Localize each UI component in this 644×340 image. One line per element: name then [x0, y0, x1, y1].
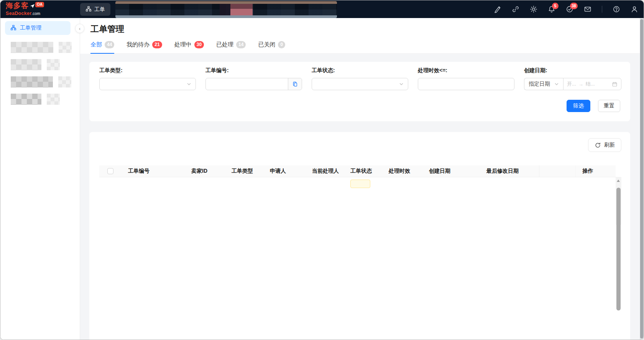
sidebar: 工单管理 ‹ — [0, 18, 80, 340]
pen-icon[interactable] — [494, 5, 501, 13]
filter-reset-button[interactable]: 重置 — [598, 100, 620, 112]
censored-sidebar-item — [11, 94, 80, 105]
col-order-no: 工单编号 — [121, 165, 184, 177]
page-header: 工单管理 全部 44 我的待办 21 处理中 30 已处理 14 — [80, 18, 644, 54]
help-icon[interactable] — [613, 5, 620, 13]
refresh-button[interactable]: 刷新 — [588, 138, 621, 152]
filter-field-order-type: 工单类型: — [99, 67, 196, 90]
date-range-picker[interactable]: 开... → 结... — [563, 78, 621, 90]
scrollbar-thumb[interactable] — [616, 188, 621, 310]
censored-sidebar-item — [11, 42, 80, 53]
paper-plane-icon — [30, 3, 35, 10]
sla-input[interactable] — [418, 78, 514, 90]
brand-name-cn: 海多客 — [6, 2, 29, 9]
date-filter-group: 指定日期 开... → 结... — [524, 78, 621, 90]
chevron-down-icon — [187, 82, 191, 86]
filter-actions: 筛选 重置 — [99, 100, 620, 112]
date-mode-select[interactable]: 指定日期 — [524, 78, 563, 90]
select-all-checkbox[interactable] — [107, 168, 113, 174]
page-scrollbar[interactable] — [640, 18, 644, 340]
col-created: 创建日期 — [422, 165, 480, 177]
scrollbar-up-arrow[interactable] — [617, 180, 620, 182]
tab-all[interactable]: 全部 44 — [90, 41, 114, 53]
filter-panel: 工单类型: 工单编号: — [89, 62, 630, 121]
filter-field-created-date: 创建日期: 指定日期 开... → 结... — [524, 67, 621, 90]
order-type-label: 工单类型: — [99, 67, 196, 74]
table-scrollbar[interactable] — [616, 177, 621, 225]
top-navbar: 海多客 OA SeaDocker.com 工单 — [0, 0, 644, 18]
tab-closed[interactable]: 已关闭 0 — [258, 41, 285, 53]
col-status: 工单状态 — [343, 165, 382, 177]
order-no-input-group — [205, 78, 302, 90]
order-type-select[interactable] — [99, 78, 196, 90]
main-content: 工单管理 全部 44 我的待办 21 处理中 30 已处理 14 — [80, 18, 644, 340]
sla-input-group — [418, 78, 514, 90]
tab-count-badge: 14 — [236, 41, 246, 48]
brand-name-en: SeaDocker — [6, 11, 31, 16]
tab-my-todo[interactable]: 我的待办 21 — [127, 41, 162, 53]
table-area: 工单编号 卖家ID 工单类型 申请人 当前处理人 工单状态 处理时效 创建日期 … — [99, 165, 621, 189]
range-arrow-icon: → — [578, 81, 583, 87]
order-status-select[interactable] — [312, 78, 408, 90]
brand-logo[interactable]: 海多客 OA SeaDocker.com — [6, 2, 44, 16]
col-order-type: 工单类型 — [225, 165, 263, 177]
bell-icon[interactable]: 5 — [548, 5, 555, 13]
filter-field-order-no: 工单编号: — [205, 67, 302, 90]
col-applicant: 申请人 — [263, 165, 305, 177]
content-area: 工单类型: 工单编号: — [80, 54, 644, 340]
end-date-placeholder: 结... — [586, 81, 595, 87]
tab-count-badge: 21 — [152, 41, 162, 48]
sitemap-icon — [10, 25, 16, 32]
sidebar-item-label: 工单管理 — [20, 25, 41, 31]
app-window: 海多客 OA SeaDocker.com 工单 — [0, 0, 644, 340]
col-modified: 最后修改日期 — [480, 165, 539, 177]
filter-field-order-status: 工单状态: — [312, 67, 408, 90]
col-seller-id: 卖家ID — [184, 165, 225, 177]
brand-tld: .com — [31, 11, 40, 16]
oa-badge: OA — [35, 2, 44, 7]
created-date-label: 创建日期: — [524, 67, 621, 74]
workorder-table: 工单编号 卖家ID 工单类型 申请人 当前处理人 工单状态 处理时效 创建日期 … — [99, 165, 616, 189]
table-header: 工单编号 卖家ID 工单类型 申请人 当前处理人 工单状态 处理时效 创建日期 … — [99, 165, 616, 177]
sidebar-item-workorder-management[interactable]: 工单管理 — [5, 21, 71, 35]
sitemap-icon — [85, 6, 92, 13]
col-spacer — [539, 165, 575, 177]
censored-browser-tabs — [115, 1, 337, 18]
censored-sidebar-items — [0, 42, 80, 105]
order-status-label: 工单状态: — [312, 67, 408, 74]
sla-label: 处理时效<=: — [418, 67, 514, 74]
censored-sidebar-item — [11, 76, 80, 87]
tab-count-badge: 44 — [105, 41, 114, 48]
col-sla: 处理时效 — [382, 165, 422, 177]
tab-count-badge: 30 — [194, 41, 204, 48]
table-body — [99, 177, 616, 189]
page-title: 工单管理 — [90, 23, 644, 35]
filter-field-sla: 处理时效<=: — [418, 67, 514, 90]
copy-icon[interactable] — [288, 78, 302, 90]
link-icon[interactable] — [512, 5, 519, 13]
navbar-actions: 5 38 — [494, 0, 638, 18]
sidebar-collapse-button[interactable]: ‹ — [75, 24, 84, 33]
workorder-table-panel: 刷新 工单编号 卖家I — [89, 132, 630, 340]
col-handler: 当前处理人 — [305, 165, 343, 177]
calendar-icon — [612, 81, 618, 87]
start-date-placeholder: 开... — [567, 81, 576, 87]
tab-processing[interactable]: 处理中 30 — [174, 41, 204, 53]
tab-bar: 全部 44 我的待办 21 处理中 30 已处理 14 已关闭 0 — [90, 41, 644, 54]
order-no-input[interactable] — [206, 78, 288, 90]
table-toolbar: 刷新 — [99, 138, 621, 152]
workorder-nav-button[interactable]: 工单 — [80, 3, 110, 16]
table-row-partial — [99, 177, 616, 189]
chevron-down-icon — [554, 82, 559, 86]
select-all-cell — [99, 165, 121, 177]
mail-icon[interactable] — [584, 5, 591, 13]
bell-badge: 5 — [552, 3, 559, 9]
tab-count-badge: 0 — [278, 41, 285, 48]
user-icon[interactable] — [631, 5, 638, 13]
tab-processed[interactable]: 已处理 14 — [216, 41, 246, 53]
settings-icon[interactable] — [530, 5, 537, 13]
check-circle-icon[interactable]: 38 — [566, 5, 573, 13]
filter-submit-button[interactable]: 筛选 — [567, 100, 590, 112]
col-actions: 操作 — [575, 165, 616, 177]
order-no-label: 工单编号: — [205, 67, 302, 74]
